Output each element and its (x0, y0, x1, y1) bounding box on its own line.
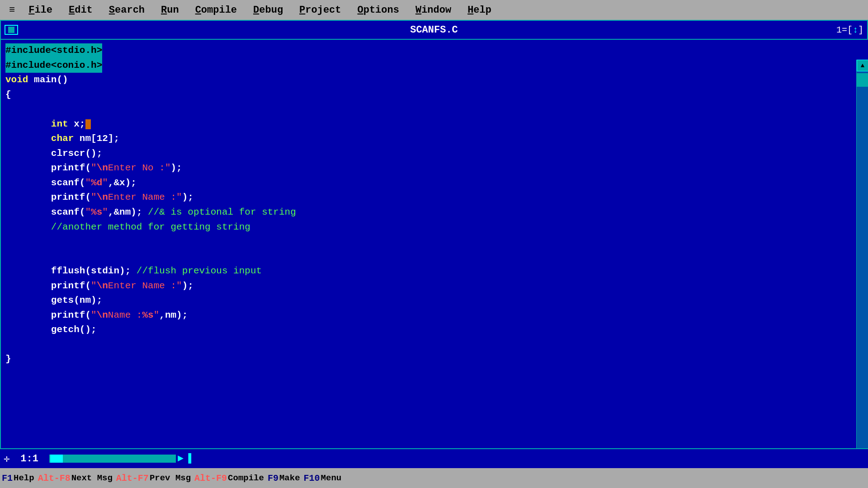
fkey-f1-label: Help (14, 473, 34, 483)
status-position: 1:1 (20, 453, 38, 465)
code-text: ,&nm); (108, 205, 148, 220)
code-text: \n (97, 308, 108, 323)
code-text: printf( (5, 161, 91, 176)
code-text: { (5, 88, 11, 103)
scroll-up-arrow[interactable]: ▲ (857, 60, 868, 71)
code-text: " (91, 308, 97, 323)
vertical-scrollbar[interactable]: ▲ ▼ (856, 60, 868, 488)
code-text: %s (91, 205, 102, 220)
code-text (5, 117, 51, 132)
code-text: %s (142, 308, 153, 323)
code-text: fflush(stdin); (5, 264, 137, 279)
menu-project[interactable]: Project (291, 5, 349, 16)
code-line-16: fflush(stdin); //flush previous input (5, 264, 863, 279)
fkey-altf8-label: Next Msg (71, 473, 113, 483)
code-text: ); (182, 190, 193, 205)
menu-bar: ≡ File Edit Search Run Compile Debug Pro… (0, 0, 868, 20)
code-text: Enter Name :" (108, 279, 182, 294)
code-text: #include<stdio.h> (5, 43, 102, 58)
menu-run[interactable]: Run (153, 5, 187, 16)
code-line-23 (5, 367, 863, 382)
editor-titlebar: SCANFS.C 1=[↕] (0, 20, 868, 40)
scroll-track[interactable] (857, 71, 868, 488)
code-text: " (85, 205, 91, 220)
menu-compile[interactable]: Compile (187, 5, 245, 16)
status-slider-area: ► ▐ (49, 453, 864, 465)
code-line-9: printf("\nEnter No :"); (5, 161, 863, 176)
fkey-altf7[interactable]: Alt-F7 Prev Msg (116, 473, 191, 483)
menu-options[interactable]: Options (349, 5, 407, 16)
code-text: gets(nm); (5, 293, 102, 308)
code-line-7: char nm[12]; (5, 131, 863, 146)
fkey-altf9[interactable]: Alt-F9 Compile (194, 473, 264, 483)
menu-edit[interactable]: Edit (61, 5, 101, 16)
slider-right-arrow[interactable]: ► (178, 453, 184, 465)
status-bar: ✛ 1:1 ► ▐ (0, 448, 868, 468)
code-text: x; (68, 117, 85, 132)
code-line-25 (5, 396, 863, 411)
code-text: Enter Name :" (108, 190, 182, 205)
title-right: 1=[↕] (836, 25, 863, 35)
code-text: scanf( (5, 205, 85, 220)
menu-file[interactable]: File (20, 5, 61, 16)
code-line-4: { (5, 88, 863, 103)
code-text: //& is optional for string (148, 205, 296, 220)
code-text: " (91, 190, 97, 205)
fkey-altf8-num: Alt-F8 (38, 473, 71, 483)
fkey-f10[interactable]: F10 Menu (304, 473, 342, 483)
code-text: " (91, 279, 97, 294)
code-line-14 (5, 235, 863, 249)
code-line-11: printf("\nEnter Name :"); (5, 190, 863, 205)
fkey-f9-label: Make (279, 473, 300, 483)
code-text: printf( (5, 308, 91, 323)
menu-window[interactable]: Window (407, 5, 459, 16)
code-text: " (154, 308, 160, 323)
code-line-13: //another method for getting string (5, 220, 863, 235)
code-line-12: scanf("%s",&nm); //& is optional for str… (5, 205, 863, 220)
code-text: clrscr(); (5, 146, 102, 161)
code-text: Enter No :" (108, 161, 171, 176)
code-text: " (102, 176, 108, 191)
fkey-f10-label: Menu (321, 473, 342, 483)
fkey-altf7-num: Alt-F7 (116, 473, 149, 483)
code-text: #include<conio.h> (5, 58, 102, 73)
code-line-21 (5, 338, 863, 352)
code-line-17: printf("\nEnter Name :"); (5, 279, 863, 294)
code-text: int (51, 117, 68, 132)
code-text: printf( (5, 279, 91, 294)
menu-help[interactable]: Help (459, 5, 500, 16)
h-slider-thumb[interactable] (50, 455, 63, 463)
code-text: " (102, 205, 108, 220)
fkey-altf8[interactable]: Alt-F8 Next Msg (38, 473, 113, 483)
fkey-f1[interactable]: F1 Help (2, 473, 34, 483)
code-line-18: gets(nm); (5, 293, 863, 308)
code-line-10: scanf("%d",&x); (5, 176, 863, 191)
code-line-8: clrscr(); (5, 146, 863, 161)
menu-debug[interactable]: Debug (245, 5, 291, 16)
code-text: printf( (5, 190, 91, 205)
title-left (5, 25, 18, 35)
fkey-f1-num: F1 (2, 473, 13, 483)
code-editor[interactable]: #include<stdio.h> #include<conio.h> void… (0, 40, 868, 468)
code-text: " (91, 161, 97, 176)
menu-search[interactable]: Search (101, 5, 153, 16)
code-line-20: getch(); (5, 323, 863, 338)
code-text: " (85, 176, 91, 191)
h-slider-track[interactable] (49, 455, 176, 463)
code-text: ,&x); (108, 176, 137, 191)
code-text: char (51, 131, 74, 146)
scroll-thumb[interactable] (857, 73, 868, 87)
code-line-1: #include<stdio.h> (5, 43, 863, 58)
code-text: ); (182, 279, 193, 294)
code-text: %d (91, 176, 102, 191)
code-text (5, 131, 51, 146)
code-text: //another method for getting string (51, 220, 250, 235)
funckey-bar: F1 Help Alt-F8 Next Msg Alt-F7 Prev Msg … (0, 468, 868, 488)
system-menu-icon[interactable]: ≡ (4, 5, 20, 16)
editor-filename: SCANFS.C (410, 24, 458, 36)
editor-icon-box[interactable] (5, 25, 18, 35)
code-line-3: void main() (5, 73, 863, 88)
editor-wrapper: #include<stdio.h> #include<conio.h> void… (0, 40, 868, 468)
fkey-f9[interactable]: F9 Make (268, 473, 300, 483)
code-line-19: printf("\nName :%s",nm); (5, 308, 863, 323)
